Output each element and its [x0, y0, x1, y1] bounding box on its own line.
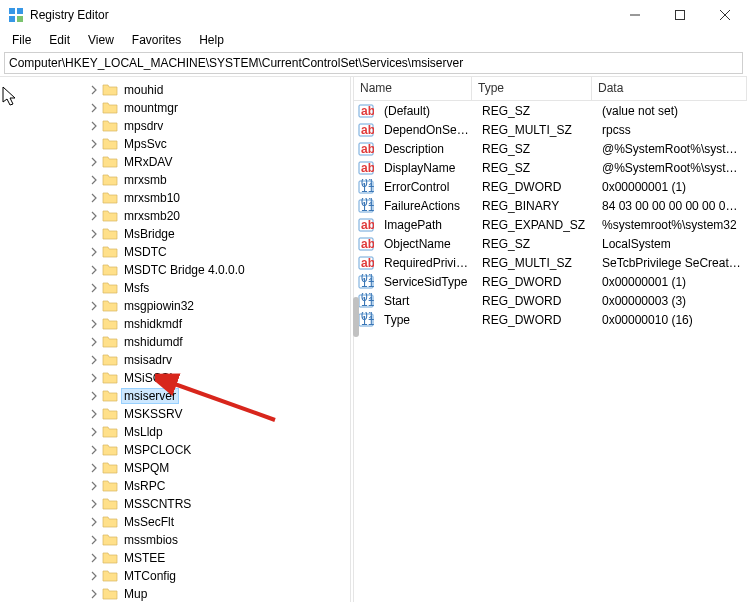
folder-icon	[102, 353, 118, 367]
tree-node[interactable]: mountmgr	[0, 99, 350, 117]
chevron-right-icon[interactable]	[88, 408, 100, 420]
tree-node[interactable]: mrxsmb	[0, 171, 350, 189]
folder-icon	[102, 461, 118, 475]
list-row[interactable]: abRequiredPrivileg...REG_MULTI_SZSeTcbPr…	[354, 253, 747, 272]
chevron-right-icon[interactable]	[88, 516, 100, 528]
tree-node[interactable]: mssmbios	[0, 531, 350, 549]
list-row[interactable]: ab(Default)REG_SZ(value not set)	[354, 101, 747, 120]
chevron-right-icon[interactable]	[88, 480, 100, 492]
chevron-right-icon[interactable]	[88, 84, 100, 96]
tree-node[interactable]: MSDTC Bridge 4.0.0.0	[0, 261, 350, 279]
chevron-right-icon[interactable]	[88, 210, 100, 222]
tree-node[interactable]: MSSCNTRS	[0, 495, 350, 513]
chevron-right-icon[interactable]	[88, 426, 100, 438]
tree-node[interactable]: MSPQM	[0, 459, 350, 477]
chevron-right-icon[interactable]	[88, 156, 100, 168]
list-row[interactable]: abDependOnServiceREG_MULTI_SZrpcss	[354, 120, 747, 139]
chevron-right-icon[interactable]	[88, 174, 100, 186]
tree-node[interactable]: MSPCLOCK	[0, 441, 350, 459]
chevron-right-icon[interactable]	[88, 462, 100, 474]
tree-node[interactable]: mrxsmb10	[0, 189, 350, 207]
menu-file[interactable]: File	[4, 31, 39, 49]
chevron-right-icon[interactable]	[88, 570, 100, 582]
folder-icon	[102, 119, 118, 133]
tree-label: MRxDAV	[122, 155, 174, 169]
list-row[interactable]: abDisplayNameREG_SZ@%SystemRoot%\system	[354, 158, 747, 177]
menu-view[interactable]: View	[80, 31, 122, 49]
chevron-right-icon[interactable]	[88, 354, 100, 366]
tree-node[interactable]: MsBridge	[0, 225, 350, 243]
chevron-right-icon[interactable]	[88, 588, 100, 600]
list-row[interactable]: abDescriptionREG_SZ@%SystemRoot%\system	[354, 139, 747, 158]
chevron-right-icon[interactable]	[88, 102, 100, 114]
chevron-right-icon[interactable]	[88, 300, 100, 312]
folder-icon	[102, 191, 118, 205]
folder-icon	[102, 425, 118, 439]
list-row[interactable]: abObjectNameREG_SZLocalSystem	[354, 234, 747, 253]
close-button[interactable]	[702, 0, 747, 30]
splitter[interactable]	[350, 77, 354, 602]
list-pane[interactable]: Name Type Data ab(Default)REG_SZ(value n…	[354, 77, 747, 602]
tree-node[interactable]: MsRPC	[0, 477, 350, 495]
chevron-right-icon[interactable]	[88, 534, 100, 546]
address-bar[interactable]: Computer\HKEY_LOCAL_MACHINE\SYSTEM\Curre…	[4, 52, 743, 74]
tree-node[interactable]: msiserver	[0, 387, 350, 405]
chevron-right-icon[interactable]	[88, 318, 100, 330]
chevron-right-icon[interactable]	[88, 228, 100, 240]
list-row[interactable]: 011110ErrorControlREG_DWORD0x00000001 (1…	[354, 177, 747, 196]
chevron-right-icon[interactable]	[88, 552, 100, 564]
chevron-right-icon[interactable]	[88, 498, 100, 510]
list-row[interactable]: 011110ServiceSidTypeREG_DWORD0x00000001 …	[354, 272, 747, 291]
chevron-right-icon[interactable]	[88, 372, 100, 384]
tree-node[interactable]: mshidumdf	[0, 333, 350, 351]
tree-node[interactable]: mshidkmdf	[0, 315, 350, 333]
chevron-right-icon[interactable]	[88, 444, 100, 456]
list-row[interactable]: 011110StartREG_DWORD0x00000003 (3)	[354, 291, 747, 310]
column-type[interactable]: Type	[472, 77, 592, 100]
tree-node[interactable]: msgpiowin32	[0, 297, 350, 315]
tree-node[interactable]: Mup	[0, 585, 350, 602]
maximize-button[interactable]	[657, 0, 702, 30]
chevron-right-icon[interactable]	[88, 336, 100, 348]
column-data[interactable]: Data	[592, 77, 747, 100]
folder-icon	[102, 83, 118, 97]
value-type: REG_DWORD	[476, 180, 596, 194]
tree-node[interactable]: MSiSCSI	[0, 369, 350, 387]
tree-node[interactable]: mpsdrv	[0, 117, 350, 135]
tree-node[interactable]: mrxsmb20	[0, 207, 350, 225]
tree-node[interactable]: mouhid	[0, 81, 350, 99]
tree-node[interactable]: MSDTC	[0, 243, 350, 261]
chevron-right-icon[interactable]	[88, 264, 100, 276]
chevron-right-icon[interactable]	[88, 138, 100, 150]
chevron-right-icon[interactable]	[88, 282, 100, 294]
tree-label: mpsdrv	[122, 119, 165, 133]
window-title: Registry Editor	[30, 8, 612, 22]
value-data: %systemroot%\system32	[596, 218, 747, 232]
menu-edit[interactable]: Edit	[41, 31, 78, 49]
tree-node[interactable]: MRxDAV	[0, 153, 350, 171]
chevron-right-icon[interactable]	[88, 246, 100, 258]
menu-help[interactable]: Help	[191, 31, 232, 49]
tree-label: MSKSSRV	[122, 407, 184, 421]
tree-node[interactable]: Msfs	[0, 279, 350, 297]
menu-favorites[interactable]: Favorites	[124, 31, 189, 49]
tree-node[interactable]: MSKSSRV	[0, 405, 350, 423]
value-name: FailureActions	[378, 199, 476, 213]
tree-node[interactable]: msisadrv	[0, 351, 350, 369]
tree-node[interactable]: MTConfig	[0, 567, 350, 585]
tree-label: MSiSCSI	[122, 371, 175, 385]
tree-label: Msfs	[122, 281, 151, 295]
column-name[interactable]: Name	[354, 77, 472, 100]
chevron-right-icon[interactable]	[88, 192, 100, 204]
chevron-right-icon[interactable]	[88, 120, 100, 132]
tree-node[interactable]: MSTEE	[0, 549, 350, 567]
tree-node[interactable]: MpsSvc	[0, 135, 350, 153]
chevron-right-icon[interactable]	[88, 390, 100, 402]
list-row[interactable]: 011110FailureActionsREG_BINARY84 03 00 0…	[354, 196, 747, 215]
tree-node[interactable]: MsSecFlt	[0, 513, 350, 531]
list-row[interactable]: abImagePathREG_EXPAND_SZ%systemroot%\sys…	[354, 215, 747, 234]
list-row[interactable]: 011110TypeREG_DWORD0x00000010 (16)	[354, 310, 747, 329]
minimize-button[interactable]	[612, 0, 657, 30]
tree-node[interactable]: MsLldp	[0, 423, 350, 441]
tree-pane[interactable]: mouhidmountmgrmpsdrvMpsSvcMRxDAVmrxsmbmr…	[0, 77, 350, 602]
